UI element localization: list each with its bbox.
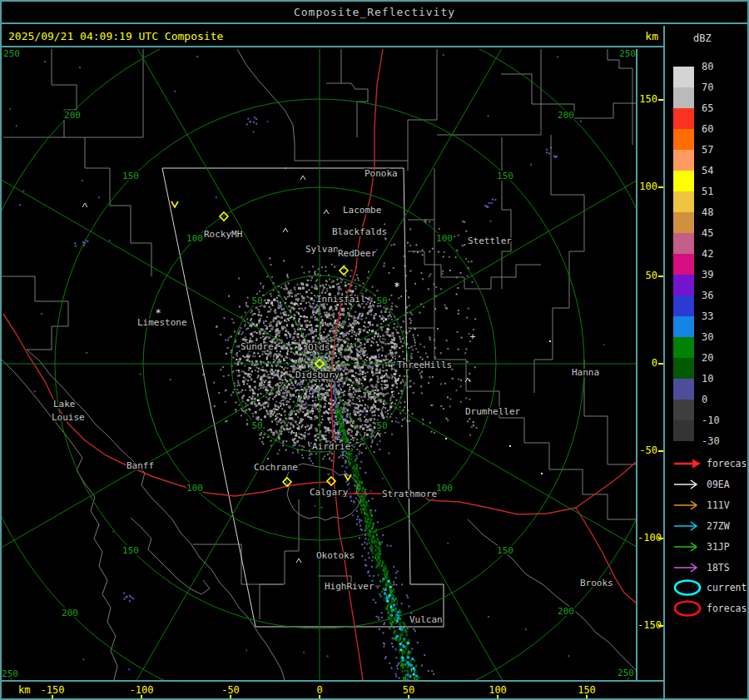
echo-pixel: [354, 325, 355, 326]
streak-pixel: [377, 562, 379, 564]
echo-pixel: [310, 405, 311, 406]
legend-row: 18TS: [672, 560, 730, 575]
echo-pixel: [269, 310, 270, 312]
streak-pixel: [391, 623, 393, 626]
echo-pixel: [249, 376, 250, 378]
echo-pixel: [367, 332, 369, 334]
echo-pixel: [355, 280, 356, 281]
bottom-axis: km -150-100-50050100150: [2, 680, 663, 700]
streak-pixel: [344, 471, 345, 473]
echo-pixel: [341, 356, 343, 358]
bottom-axis-tick-mark: [497, 695, 499, 700]
echo-pixel: [280, 302, 281, 304]
echo-pixel: [384, 380, 386, 383]
echo-pixel: [286, 276, 288, 277]
echo-pixel: [341, 369, 343, 370]
bottom-axis-tick-label: -150: [41, 684, 65, 696]
streak-pixel: [357, 516, 359, 518]
echo-pixel: [332, 285, 335, 288]
echo-pixel: [366, 354, 368, 355]
echo-pixel: [288, 320, 290, 321]
echo-pixel: [356, 352, 358, 354]
echo-pixel: [246, 359, 249, 361]
echo-pixel: [410, 347, 412, 349]
echo-pixel: [315, 400, 316, 401]
echo-pixel: [276, 315, 278, 317]
echo-pixel: [304, 358, 305, 360]
echo-pixel: [263, 333, 265, 335]
range-ring-label: 250: [618, 668, 634, 678]
echo-pixel: [440, 352, 442, 354]
streak-pixel: [401, 633, 403, 636]
streak-pixel: [396, 657, 398, 658]
echo-pixel: [371, 390, 374, 392]
streak-pixel: [366, 544, 368, 545]
echo-pixel: [383, 395, 384, 396]
echo-pixel: [546, 149, 548, 151]
streak-pixel: [381, 573, 383, 575]
echo-pixel: [263, 320, 265, 322]
echo-pixel: [238, 370, 240, 371]
streak-pixel: [402, 667, 404, 669]
echo-pixel: [320, 325, 322, 327]
range-ring-label: 150: [122, 545, 139, 556]
echo-pixel: [247, 118, 249, 120]
highway-line: [576, 462, 636, 508]
echo-pixel: [366, 414, 368, 415]
echo-pixel: [301, 400, 304, 403]
echo-pixel: [327, 429, 330, 431]
colorbar-swatch: [673, 212, 694, 233]
echo-pixel: [395, 400, 397, 401]
streak-pixel: [399, 678, 400, 679]
echo-pixel: [263, 427, 265, 429]
echo-pixel: [298, 298, 300, 300]
echo-pixel: [264, 300, 265, 301]
streak-pixel: [355, 477, 356, 479]
streak-pixel: [345, 419, 347, 420]
echo-pixel: [325, 385, 327, 386]
echo-pixel: [285, 391, 287, 393]
echo-pixel: [384, 432, 386, 434]
echo-pixel: [415, 348, 417, 350]
echo-pixel: [363, 436, 365, 438]
streak-pixel: [348, 489, 350, 490]
echo-pixel: [465, 258, 467, 260]
echo-pixel: [341, 279, 343, 280]
streak-pixel: [433, 673, 434, 675]
echo-pixel: [365, 327, 366, 329]
colorbar-value-label: 51: [702, 186, 713, 197]
echo-pixel: [428, 288, 429, 290]
echo-pixel: [290, 317, 291, 319]
echo-pixel: [325, 400, 327, 402]
echo-pixel: [367, 371, 369, 373]
city-label: RedDeer: [338, 248, 377, 259]
echo-pixel: [270, 325, 272, 327]
echo-pixel: [402, 419, 404, 420]
echo-pixel: [238, 332, 240, 334]
echo-pixel: [287, 296, 289, 298]
echo-pixel: [345, 373, 347, 375]
echo-pixel: [376, 341, 378, 343]
radar-map-canvas[interactable]: 5050505010010010010015015015015020020020…: [2, 49, 636, 680]
echo-pixel: [381, 375, 383, 376]
echo-pixel: [345, 333, 346, 335]
echo-pixel: [303, 395, 305, 397]
colorbar-value-label: 30: [702, 331, 713, 343]
echo-pixel: [369, 299, 370, 300]
echo-pixel: [370, 445, 372, 447]
echo-pixel: [548, 152, 550, 154]
streak-pixel: [390, 614, 393, 617]
echo-pixel: [266, 316, 268, 318]
echo-pixel: [297, 404, 300, 406]
echo-pixel: [399, 413, 401, 415]
echo-pixel: [429, 376, 430, 378]
echo-pixel: [465, 398, 467, 400]
echo-pixel: [271, 365, 273, 366]
echo-pixel: [399, 375, 400, 377]
echo-pixel: [362, 313, 364, 315]
echo-pixel: [287, 349, 289, 350]
echo-pixel: [264, 338, 265, 340]
streak-pixel: [363, 509, 365, 511]
echo-pixel: [379, 339, 380, 340]
streak-pixel: [392, 607, 394, 609]
